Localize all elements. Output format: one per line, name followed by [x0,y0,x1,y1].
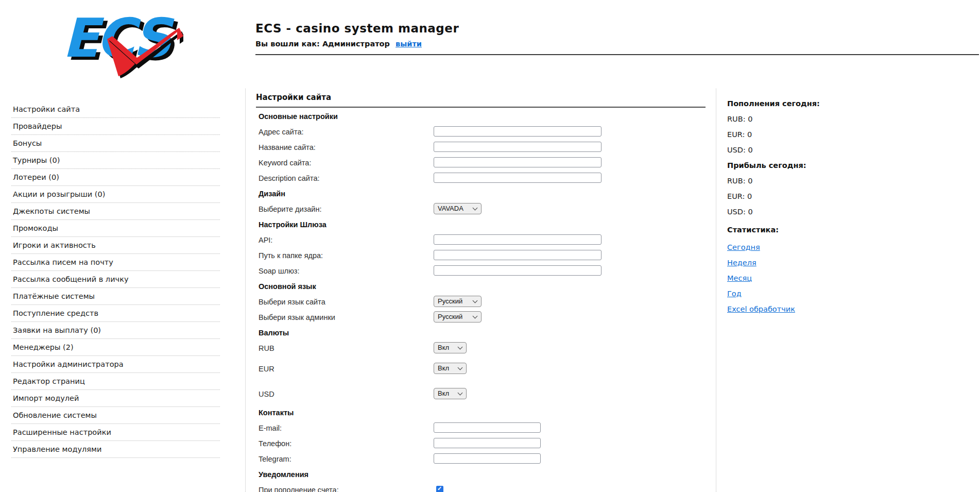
sidebar-item-site-settings[interactable]: Настройки сайта [11,101,220,118]
design-label: Выберите дизайн: [259,204,321,215]
sidebar-item-advanced-settings[interactable]: Расширенные настройки [11,424,220,441]
stats-link-month[interactable]: Месяц [727,274,752,282]
section-currencies: Валюты [256,328,709,338]
section-design: Дизайн [256,189,709,199]
stats-link-excel[interactable]: Excel обработчик [727,305,795,313]
currency-usd-selected-value: Вкл [438,389,449,397]
email-input[interactable] [434,422,541,433]
header-divider [255,54,979,55]
site-language-row: Выбери язык сайтаРусский [256,297,709,308]
stats-link-year: Год [727,286,969,301]
sidebar-item-providers[interactable]: Провайдеры [11,118,220,135]
sidebar-item-promotions[interactable]: Акции и розыгрыши (0) [11,186,220,203]
sidebar-item-payment-systems[interactable]: Платёжные системы [11,288,220,305]
sidebar-item-lotteries[interactable]: Лотереи (0) [11,169,220,186]
soap-gateway-input[interactable] [434,265,601,276]
api-label: API: [259,235,272,246]
telegram-label: Telegram: [259,454,291,465]
email-label: E-mail: [259,423,282,434]
section-currencies-label: Валюты [259,328,289,338]
left-content-divider [245,89,246,492]
design-row: Выберите дизайн:VAVADA [256,204,709,215]
deposits-today-heading: Пополнения сегодня: [727,96,969,111]
site-keyword-input[interactable] [434,157,601,167]
api-row: API: [256,235,709,246]
currency-rub-label: RUB [259,343,274,354]
telegram-row: Telegram: [256,454,709,465]
email-row: E-mail: [256,423,709,434]
site-description-row: Description сайта: [256,173,709,184]
sidebar-item-page-editor[interactable]: Редактор страниц [11,373,220,390]
site-address-input[interactable] [434,126,601,137]
deposits-eur: EUR: 0 [727,127,969,142]
site-keyword-row: Keyword сайта: [256,158,709,168]
section-notifications-label: Уведомления [259,469,308,480]
currency-rub-select[interactable]: Вкл [434,342,467,353]
sidebar-item-bonuses[interactable]: Бонусы [11,135,220,152]
stats-link-year[interactable]: Год [727,290,742,298]
site-language-select[interactable]: Русский [434,296,482,307]
stats-link-today[interactable]: Сегодня [727,243,760,251]
section-gateway-label: Настройки Шлюза [259,219,326,230]
site-address-label: Адрес сайта: [259,127,304,138]
section-contacts-label: Контакты [259,408,294,418]
design-select[interactable]: VAVADA [434,203,482,214]
sidebar-item-payout-requests[interactable]: Заявки на выплату (0) [11,322,220,339]
sidebar-item-admin-settings[interactable]: Настройки администратора [11,356,220,373]
currency-usd-label: USD [259,389,274,400]
phone-input[interactable] [434,438,541,448]
site-name-row: Название сайта: [256,142,709,153]
core-path-label: Путь к папке ядра: [259,250,323,261]
chevron-down-icon [458,391,463,396]
sidebar-item-managers[interactable]: Менеджеры (2) [11,339,220,356]
sidebar-item-incoming-funds[interactable]: Поступление средств [11,305,220,322]
stats-link-week[interactable]: Неделя [727,259,757,267]
content-title: Настройки сайта [256,93,331,102]
statistics-heading: Статистика: [727,222,969,237]
content-title-divider [256,107,706,108]
stats-link-week: Неделя [727,255,969,270]
sidebar-item-system-jackpots[interactable]: Джекпоты системы [11,203,220,220]
site-description-input[interactable] [434,173,601,183]
sidebar-item-module-management[interactable]: Управление модулями [11,441,220,458]
telegram-input[interactable] [434,453,541,464]
currency-eur-select[interactable]: Вкл [434,363,467,374]
right-content-divider [716,89,716,492]
chevron-down-icon [458,345,463,350]
sidebar-item-mail-broadcast[interactable]: Рассылка писем на почту [11,254,220,271]
api-input[interactable] [434,234,601,245]
stats-link-today: Сегодня [727,240,969,255]
core-path-input[interactable] [434,250,601,260]
logout-link[interactable]: выйти [396,40,422,48]
site-name-input[interactable] [434,142,601,152]
admin-page: ECS ECS ECS - casino system manager Вы в… [0,0,980,492]
currency-usd-select[interactable]: Вкл [434,388,467,399]
notify-on-deposit-checkbox[interactable] [436,486,443,492]
sidebar-item-pm-broadcast[interactable]: Рассылка сообщений в личку [11,271,220,288]
sidebar-item-promocodes[interactable]: Промокоды [11,220,220,237]
profit-rub: RUB: 0 [727,173,969,189]
ecs-logo: ECS ECS [58,5,183,78]
soap-gateway-row: Soap шлюз: [256,266,709,277]
currency-rub-row: RUBВкл [256,343,709,354]
profit-today-heading: Прибыль сегодня: [727,158,969,173]
admin-language-selected-value: Русский [438,313,462,320]
sidebar-item-module-import[interactable]: Импорт модулей [11,390,220,407]
section-contacts: Контакты [256,408,709,418]
site-description-label: Description сайта: [259,173,320,184]
stats-link-excel: Excel обработчик [727,301,969,317]
login-prefix: Вы вошли как: Администратор [255,40,390,48]
currency-usd-row: USDВкл [256,389,709,400]
sidebar-item-system-update[interactable]: Обновление системы [11,407,220,424]
design-selected-value: VAVADA [438,205,463,212]
chevron-down-icon [473,298,478,303]
phone-label: Телефон: [259,438,291,449]
profit-usd: USD: 0 [727,204,969,219]
section-language-label: Основной язык [259,281,316,292]
sidebar-item-players-activity[interactable]: Игроки и активность [11,237,220,254]
notify-on-deposit-label: При пополнение счета: [259,485,339,492]
chevron-down-icon [458,365,463,370]
sidebar-item-tournaments[interactable]: Турниры (0) [11,152,220,169]
currency-eur-row: EURВкл [256,364,709,375]
admin-language-select[interactable]: Русский [434,311,482,323]
